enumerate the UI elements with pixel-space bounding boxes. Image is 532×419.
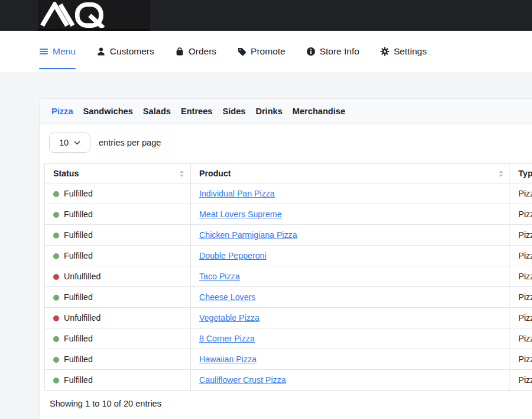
page-content: Pizza Sandwiches Salads Entrees Sides Dr… [0,72,532,419]
product-cell: Hawaiian Pizza [191,349,510,370]
table-row: Fulfilled Double Pepperoni Pizza [45,246,532,266]
status-dot [53,212,59,218]
status-label: Fulfilled [64,292,93,302]
status-dot [53,315,59,321]
status-cell: Fulfilled [45,183,191,204]
column-label: Product [199,169,231,178]
status-dot [53,378,59,383]
nav-label: Settings [394,46,427,57]
status-cell: Unfulfilled [45,308,191,328]
status-label: Fulfilled [64,189,93,198]
product-link[interactable]: Hawaiian Pizza [199,354,257,364]
chevron-down-icon [74,141,80,145]
type-cell: Pizza [510,287,532,308]
status-cell: Unfulfilled [45,266,191,287]
product-cell: 8 Corner Pizza [191,328,510,349]
nav-label: Orders [189,46,216,57]
person-icon [96,47,106,56]
status-label: Fulfilled [64,375,93,385]
card-body: 10 entries per page Status [40,124,532,419]
product-link[interactable]: Vegetable Pizza [199,313,259,323]
status-cell: Fulfilled [45,349,191,370]
tab-salads[interactable]: Salads [143,107,171,116]
table-header-row: Status Product [45,164,532,183]
column-header-type[interactable]: Type [510,164,532,183]
tab-entrees[interactable]: Entrees [181,107,213,116]
nav-label: Customers [110,46,154,57]
gear-icon [380,47,390,56]
status-label: Unfulfilled [64,272,100,281]
sort-icon[interactable] [179,170,184,178]
product-cell: Cauliflower Crust Pizza [191,370,510,391]
product-link[interactable]: Chicken Parmigiana Pizza [199,230,297,240]
status-dot [53,357,59,363]
product-link[interactable]: Meat Lovers Supreme [199,210,282,219]
table-row: Fulfilled Cheese Lovers Pizza [45,287,532,308]
shopping-bag-icon [175,47,184,56]
entries-per-page-value: 10 [59,138,69,147]
brand-logo[interactable] [38,0,150,31]
table-row: Fulfilled Hawaiian Pizza Pizza [45,349,532,370]
product-cell: Double Pepperoni [191,246,510,266]
product-link[interactable]: Individual Pan Pizza [199,189,275,198]
entries-per-page-select[interactable]: 10 [49,133,90,153]
product-link[interactable]: Taco Pizza [199,272,240,281]
product-link[interactable]: Double Pepperoni [199,251,267,260]
status-cell: Fulfilled [45,287,191,308]
column-label: Status [53,169,79,178]
tab-sides[interactable]: Sides [222,107,245,116]
status-dot [53,233,59,238]
status-label: Unfulfilled [64,313,100,323]
product-cell: Meat Lovers Supreme [191,204,510,225]
type-cell: Pizza [510,204,532,225]
column-header-product[interactable]: Product [191,164,510,183]
nav-item-orders[interactable]: Orders [175,31,216,72]
tab-drinks[interactable]: Drinks [255,107,282,116]
table-controls: 10 entries per page [49,133,532,153]
nav-item-customers[interactable]: Customers [96,31,154,72]
type-cell: Pizza [510,246,532,266]
nav-item-menu[interactable]: Menu [39,31,76,72]
product-cell: Chicken Parmigiana Pizza [191,225,510,246]
table-row: Unfulfilled Vegetable Pizza Pizza [45,308,532,328]
products-table: Status Product [44,163,532,391]
info-icon [306,47,316,56]
nav-label: Menu [53,46,76,57]
status-dot [53,191,59,197]
tab-pizza[interactable]: Pizza [51,107,73,116]
category-tabs: Pizza Sandwiches Salads Entrees Sides Dr… [40,99,532,124]
tab-sandwiches[interactable]: Sandwiches [83,107,133,116]
nav-item-promote[interactable]: Promote [237,31,286,72]
status-label: Fulfilled [64,334,93,343]
menu-card: Pizza Sandwiches Salads Entrees Sides Dr… [39,98,532,419]
column-header-status[interactable]: Status [45,164,191,183]
product-link[interactable]: 8 Corner Pizza [199,334,255,343]
type-cell: Pizza [510,370,532,391]
sort-icon[interactable] [498,170,504,178]
type-cell: Pizza [510,328,532,349]
table-row: Fulfilled Individual Pan Pizza Pizza [45,183,532,204]
type-cell: Pizza [510,349,532,370]
status-cell: Fulfilled [45,225,191,246]
nav-item-settings[interactable]: Settings [380,31,427,72]
nav-label: Promote [251,46,286,57]
type-cell: Pizza [510,225,532,246]
product-link[interactable]: Cheese Lovers [199,292,255,302]
nav-item-store-info[interactable]: Store Info [306,31,359,72]
top-bar [0,0,532,31]
status-cell: Fulfilled [45,370,191,391]
status-label: Fulfilled [64,230,93,240]
tab-merchandise[interactable]: Merchandise [293,107,345,116]
table-row: Fulfilled Chicken Parmigiana Pizza Pizza [45,225,532,246]
product-cell: Individual Pan Pizza [191,183,510,204]
status-cell: Fulfilled [45,328,191,349]
status-cell: Fulfilled [45,246,191,266]
product-cell: Taco Pizza [191,266,510,287]
status-cell: Fulfilled [45,204,191,225]
product-cell: Cheese Lovers [191,287,510,308]
aiq-logo-icon [39,2,109,28]
type-cell: Pizza [510,266,532,287]
status-label: Fulfilled [64,354,93,364]
main-nav: Menu Customers Orders Promote Store Info [0,31,532,72]
product-link[interactable]: Cauliflower Crust Pizza [199,375,286,385]
